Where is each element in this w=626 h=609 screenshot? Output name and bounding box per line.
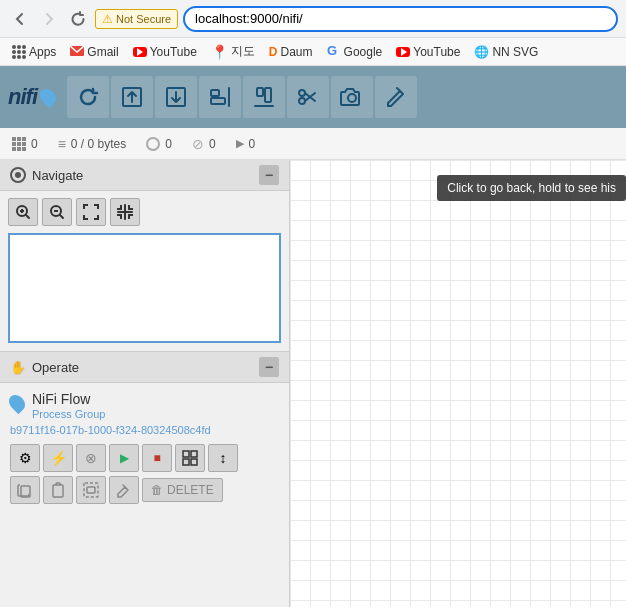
security-text: Not Secure xyxy=(116,13,171,25)
template-icon xyxy=(182,450,198,466)
copy-op-button[interactable] xyxy=(10,476,40,504)
svg-rect-7 xyxy=(265,88,271,102)
flow-drop-icon xyxy=(6,392,29,415)
bookmark-maps-label: 지도 xyxy=(231,43,255,60)
operate-header: ✋ Operate − xyxy=(0,352,289,383)
copy-button[interactable] xyxy=(287,76,329,118)
refresh-icon xyxy=(75,84,101,110)
nifi-header: nifi xyxy=(0,66,626,128)
snapshot-button[interactable] xyxy=(331,76,373,118)
flow-info: NiFi Flow Process Group xyxy=(10,391,279,420)
enable-op-button[interactable]: ⚡ xyxy=(43,444,73,472)
bookmark-daum-label: Daum xyxy=(281,45,313,59)
bookmark-youtube2[interactable]: YouTube xyxy=(392,43,464,61)
bookmark-apps-label: Apps xyxy=(29,45,56,59)
delete-op-button[interactable]: 🗑 DELETE xyxy=(142,478,223,502)
zoom-out-button[interactable] xyxy=(42,198,72,226)
zoom-in-button[interactable] xyxy=(8,198,38,226)
bookmark-nnsvg-label: NN SVG xyxy=(492,45,538,59)
navigate-minimap[interactable] xyxy=(8,233,281,343)
svg-rect-16 xyxy=(191,459,197,465)
edit-pencil-icon xyxy=(383,84,409,110)
group-op-button[interactable] xyxy=(76,476,106,504)
download-icon xyxy=(163,84,189,110)
canvas-area[interactable]: Click to go back, hold to see his xyxy=(290,160,626,607)
template-op-button[interactable] xyxy=(175,444,205,472)
refresh-button[interactable] xyxy=(67,76,109,118)
paste-op-button[interactable] xyxy=(43,476,73,504)
pencil-op-icon xyxy=(116,482,132,498)
left-panel: Navigate − xyxy=(0,160,290,607)
operate-title-group: ✋ Operate xyxy=(10,360,79,375)
align-vertical-icon xyxy=(251,84,277,110)
bookmark-google[interactable]: G Google xyxy=(323,41,387,62)
disable-op-button[interactable]: ⊗ xyxy=(76,444,106,472)
upload-template-button[interactable] xyxy=(111,76,153,118)
svg-rect-5 xyxy=(211,98,225,104)
bookmark-youtube1-label: YouTube xyxy=(150,45,197,59)
bookmark-maps[interactable]: 📍 지도 xyxy=(207,41,259,62)
align-horizontal-icon xyxy=(207,84,233,110)
maps-icon: 📍 xyxy=(211,44,228,60)
flow-details: NiFi Flow Process Group xyxy=(32,391,105,420)
operate-buttons-row1: ⚙ ⚡ ⊗ ▶ ■ ↕ xyxy=(10,444,279,472)
stop-op-button[interactable]: ■ xyxy=(142,444,172,472)
trash-icon: 🗑 xyxy=(151,483,163,497)
processor-grid-icon xyxy=(12,137,26,151)
zoom-out-icon xyxy=(48,203,66,221)
svg-text:G: G xyxy=(327,43,337,57)
operate-hand-icon: ✋ xyxy=(10,360,26,375)
queue-item: ≡ 0 / 0 bytes xyxy=(58,136,127,152)
youtube-icon-1 xyxy=(133,47,147,57)
reload-button[interactable] xyxy=(66,7,90,31)
navigate-title-group: Navigate xyxy=(10,167,83,183)
download-template-button[interactable] xyxy=(155,76,197,118)
running-circle-icon xyxy=(146,137,160,151)
svg-rect-6 xyxy=(257,88,263,96)
bookmark-youtube2-label: YouTube xyxy=(413,45,460,59)
globe-icon: 🌐 xyxy=(474,45,489,59)
forward-button[interactable] xyxy=(37,7,61,31)
stopped-count: 0 xyxy=(249,137,256,151)
navigate-controls xyxy=(0,191,289,233)
bookmark-gmail[interactable]: Gmail xyxy=(66,43,122,61)
bookmark-apps[interactable]: Apps xyxy=(8,43,60,61)
navigate-title: Navigate xyxy=(32,168,83,183)
pencil-op-button[interactable] xyxy=(109,476,139,504)
delete-label: DELETE xyxy=(167,483,214,497)
navigate-header: Navigate − xyxy=(0,160,289,191)
bookmark-youtube1[interactable]: YouTube xyxy=(129,43,201,61)
scissors-icon xyxy=(295,84,321,110)
security-badge: ⚠ Not Secure xyxy=(95,9,178,29)
daum-icon: D xyxy=(269,45,278,59)
align-horizontal-button[interactable] xyxy=(199,76,241,118)
group-op-icon xyxy=(83,482,99,498)
edit-button[interactable] xyxy=(375,76,417,118)
back-button[interactable] xyxy=(8,7,32,31)
flow-name: NiFi Flow xyxy=(32,391,105,407)
queue-count: 0 / 0 bytes xyxy=(71,137,126,151)
svg-rect-4 xyxy=(211,90,219,96)
navigate-collapse-button[interactable]: − xyxy=(259,165,279,185)
remote-op-button[interactable]: ↕ xyxy=(208,444,238,472)
camera-icon xyxy=(339,84,365,110)
settings-op-button[interactable]: ⚙ xyxy=(10,444,40,472)
operate-title: Operate xyxy=(32,360,79,375)
align-vertical-button[interactable] xyxy=(243,76,285,118)
running-item: 0 xyxy=(146,137,172,151)
apps-grid-icon xyxy=(12,45,26,59)
fit-view-button[interactable] xyxy=(76,198,106,226)
flow-type: Process Group xyxy=(32,408,105,420)
bookmark-daum[interactable]: D Daum xyxy=(265,43,317,61)
address-bar[interactable] xyxy=(183,6,618,32)
bookmark-nnsvg[interactable]: 🌐 NN SVG xyxy=(470,43,542,61)
disabled-item: ⊘ 0 xyxy=(192,136,216,152)
actual-size-button[interactable] xyxy=(110,198,140,226)
stopped-item: ▶ 0 xyxy=(236,137,256,151)
nifi-drop-icon xyxy=(37,86,60,109)
copy-op-icon xyxy=(17,482,33,498)
gmail-icon xyxy=(70,46,84,58)
operate-collapse-button[interactable]: − xyxy=(259,357,279,377)
youtube-icon-2 xyxy=(396,47,410,57)
start-op-button[interactable]: ▶ xyxy=(109,444,139,472)
